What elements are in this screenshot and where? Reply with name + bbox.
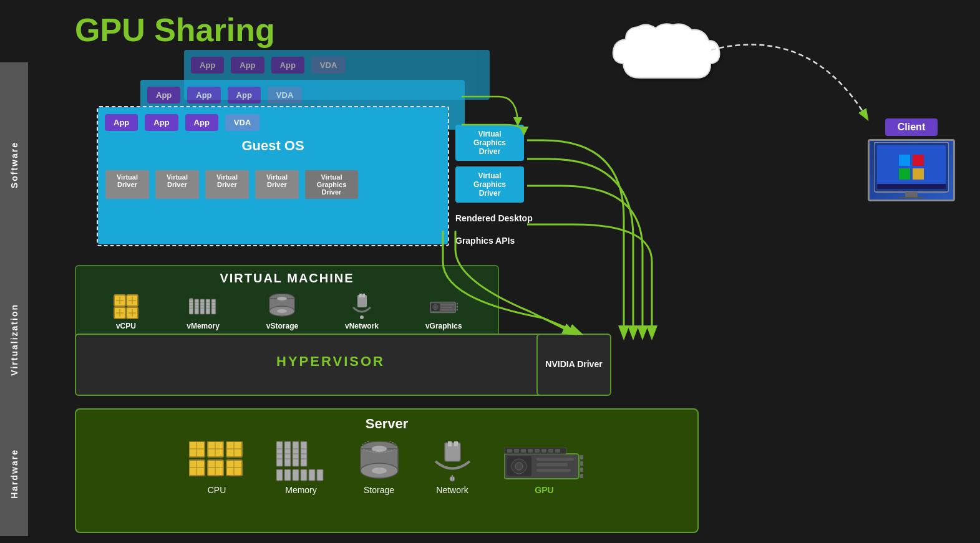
svg-rect-39 bbox=[359, 294, 362, 297]
cloud-icon bbox=[606, 19, 743, 96]
hypervisor-section: HYPERVISOR bbox=[75, 334, 586, 396]
svg-rect-91 bbox=[317, 469, 323, 481]
svg-rect-122 bbox=[555, 449, 560, 453]
page-title: GPU Sharing bbox=[75, 11, 275, 49]
svg-point-36 bbox=[277, 309, 287, 313]
vcpu-icon bbox=[112, 294, 140, 319]
cpu-hw-icon bbox=[189, 441, 245, 482]
svg-rect-112 bbox=[580, 468, 583, 472]
svg-rect-51 bbox=[457, 309, 458, 310]
vcpu-label: vCPU bbox=[116, 322, 136, 330]
software-label: Software bbox=[0, 62, 28, 268]
svg-rect-131 bbox=[899, 197, 924, 198]
app-btn: App bbox=[228, 87, 261, 103]
svg-rect-116 bbox=[514, 449, 519, 453]
gpu-label: GPU bbox=[535, 485, 553, 495]
vm-icons-row: vCPU bbox=[76, 288, 498, 337]
svg-rect-46 bbox=[441, 304, 454, 305]
svg-rect-127 bbox=[899, 168, 910, 180]
vm-title: VIRTUAL MACHINE bbox=[76, 266, 498, 288]
vgraphics-label: vGraphics bbox=[425, 322, 462, 330]
server-title: Server bbox=[76, 410, 697, 435]
client-label: Client bbox=[885, 118, 938, 136]
svg-rect-29 bbox=[211, 299, 216, 314]
vstorage-item: vStorage bbox=[266, 294, 298, 330]
svg-rect-130 bbox=[905, 192, 918, 197]
app-btn: App bbox=[231, 57, 264, 74]
network-hw-icon bbox=[432, 441, 473, 482]
storage-hw-icon bbox=[357, 441, 401, 482]
vmemory-item: vMemory bbox=[187, 294, 220, 330]
memory-group: Memory bbox=[276, 441, 326, 495]
svg-rect-128 bbox=[913, 168, 924, 180]
client-device: Client bbox=[868, 118, 955, 201]
vmemory-icon bbox=[189, 294, 217, 319]
svg-rect-109 bbox=[536, 469, 571, 472]
hypervisor-label: HYPERVISOR bbox=[76, 335, 585, 370]
vstorage-label: vStorage bbox=[266, 322, 298, 330]
svg-point-37 bbox=[277, 297, 287, 300]
storage-label: Storage bbox=[364, 485, 394, 495]
svg-rect-12 bbox=[189, 299, 193, 314]
svg-point-41 bbox=[360, 315, 364, 319]
svg-rect-40 bbox=[362, 294, 365, 297]
graphics-apis-label: Graphics APIs bbox=[455, 236, 533, 246]
svg-point-96 bbox=[372, 446, 387, 452]
vstorage-icon bbox=[268, 294, 296, 319]
memory-label: Memory bbox=[285, 485, 317, 495]
svg-point-106 bbox=[515, 463, 523, 470]
svg-rect-118 bbox=[528, 449, 533, 453]
svg-point-95 bbox=[372, 468, 387, 474]
cpu-group: CPU bbox=[189, 441, 245, 495]
hardware-label: Hardware bbox=[0, 411, 28, 536]
vgd-box-2: VirtualGraphicsDriver bbox=[455, 166, 524, 203]
nvidia-driver: NVIDIA Driver bbox=[536, 334, 611, 396]
svg-rect-124 bbox=[877, 145, 946, 189]
svg-rect-38 bbox=[357, 295, 367, 307]
svg-rect-89 bbox=[301, 469, 307, 481]
svg-rect-121 bbox=[548, 449, 553, 453]
server-section: Server bbox=[75, 408, 699, 533]
app-btn: App bbox=[187, 87, 220, 103]
svg-rect-50 bbox=[457, 306, 458, 308]
client-screen bbox=[868, 139, 955, 201]
svg-rect-88 bbox=[293, 469, 299, 481]
cpu-label: CPU bbox=[208, 485, 226, 495]
network-label: Network bbox=[436, 485, 468, 495]
svg-point-45 bbox=[434, 306, 437, 309]
right-panel: VirtualGraphicsDriver VirtualGraphicsDri… bbox=[455, 125, 533, 246]
app-btn: App bbox=[191, 57, 224, 74]
svg-rect-90 bbox=[309, 469, 315, 481]
gpu-hw-icon bbox=[504, 448, 585, 482]
svg-rect-115 bbox=[507, 449, 512, 453]
svg-rect-25 bbox=[206, 299, 210, 314]
svg-rect-21 bbox=[200, 299, 205, 314]
vcpu-item: vCPU bbox=[112, 294, 140, 330]
svg-rect-87 bbox=[284, 469, 291, 481]
gpu-group: GPU bbox=[504, 448, 585, 495]
svg-rect-47 bbox=[441, 307, 452, 308]
app-btn: App bbox=[271, 57, 304, 74]
rendered-desktop-label: Rendered Desktop bbox=[455, 213, 533, 223]
vda-btn: VDA bbox=[311, 57, 346, 74]
app-btn: App bbox=[147, 87, 180, 103]
nvidia-driver-label: NVIDIA Driver bbox=[545, 358, 602, 371]
vnetwork-item: vNetwork bbox=[345, 294, 379, 330]
svg-rect-100 bbox=[454, 441, 458, 446]
vgraphics-item: vGraphics bbox=[425, 294, 462, 330]
svg-rect-98 bbox=[445, 443, 460, 461]
vnetwork-icon bbox=[348, 294, 376, 319]
storage-group: Storage bbox=[357, 441, 401, 495]
svg-rect-119 bbox=[535, 449, 540, 453]
memory-hw-icon bbox=[276, 441, 326, 482]
svg-rect-48 bbox=[441, 309, 453, 310]
svg-rect-110 bbox=[580, 455, 583, 459]
svg-rect-17 bbox=[195, 299, 199, 314]
hardware-icons-row: CPU bbox=[76, 435, 697, 501]
svg-rect-120 bbox=[541, 449, 546, 453]
svg-rect-111 bbox=[580, 461, 583, 466]
svg-rect-129 bbox=[877, 184, 946, 189]
svg-rect-117 bbox=[521, 449, 526, 453]
network-group: Network bbox=[432, 441, 473, 495]
vgd-box-1: VirtualGraphicsDriver bbox=[455, 125, 524, 161]
